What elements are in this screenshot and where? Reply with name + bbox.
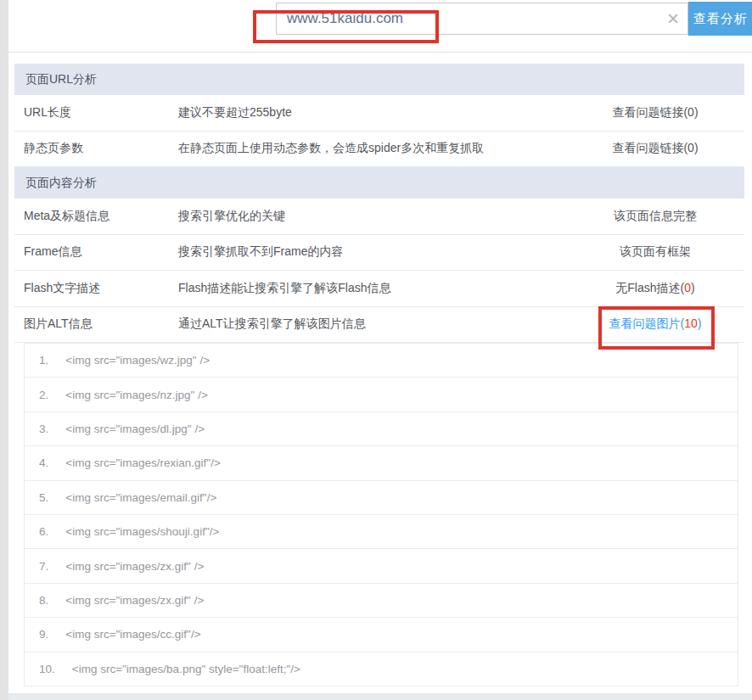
image-list-item: 5. <img src="images/email.gif"/> <box>25 481 738 515</box>
row-description: 建议不要超过255byte <box>178 105 566 120</box>
row-result[interactable]: 查看问题图片(10) <box>566 316 744 332</box>
analysis-row: URL长度 建议不要超过255byte 查看问题链接(0) <box>14 95 744 132</box>
analysis-row: Frame信息 搜索引擎抓取不到Frame的内容 该页面有框架 <box>14 235 744 272</box>
analyze-button[interactable]: 查看分析 <box>688 2 752 36</box>
row-description: 通过ALT让搜索引擎了解该图片信息 <box>178 316 566 332</box>
url-input[interactable] <box>277 3 687 34</box>
item-img-code: <img src="images/wz.jpg" /> <box>65 354 210 367</box>
row-result[interactable]: 查看问题链接(0) <box>566 105 744 120</box>
item-img-code: <img src="images/dl.jpg" /> <box>65 423 205 435</box>
result-text[interactable]: 查看问题链接(0) <box>612 105 698 119</box>
issue-count: 0 <box>684 281 691 294</box>
section-header: 页面URL分析 <box>14 64 744 95</box>
item-number: 2. <box>39 389 48 401</box>
item-img-code: <img src="images/shouji.gif"/> <box>65 525 219 538</box>
section-header: 页面内容分析 <box>14 167 744 199</box>
image-list-item: 10. <img src="images/ba.png" style="floa… <box>25 652 738 686</box>
item-number: 1. <box>39 354 48 367</box>
row-description: 在静态页面上使用动态参数，会造成spider多次和重复抓取 <box>178 141 566 156</box>
bottom-strip <box>8 693 752 700</box>
image-list-item: 7. <img src="images/zx.gif" /> <box>25 549 738 583</box>
row-label: 静态页参数 <box>14 141 178 156</box>
row-result: 无Flash描述(0) <box>566 281 744 296</box>
row-result[interactable]: 查看问题链接(0) <box>566 141 744 156</box>
result-text-tail: ) <box>698 316 702 330</box>
item-img-code: <img src="images/zx.gif" /> <box>65 594 204 607</box>
row-description: 搜索引擎优化的关键 <box>178 209 566 224</box>
item-number: 8. <box>39 594 48 607</box>
result-text[interactable]: 查看问题链接(0) <box>612 141 698 154</box>
row-label: 图片ALT信息 <box>14 316 178 332</box>
image-list-item: 3. <img src="images/dl.jpg" /> <box>25 412 738 446</box>
row-label: Flash文字描述 <box>14 281 178 296</box>
result-text[interactable]: 查看问题图片( <box>609 316 685 330</box>
item-number: 6. <box>39 525 48 538</box>
analysis-row: 静态页参数 在静态页面上使用动态参数，会造成spider多次和重复抓取 查看问题… <box>14 132 744 168</box>
item-img-code: <img src="images/email.gif"/> <box>65 491 216 504</box>
row-label: Meta及标题信息 <box>14 209 178 224</box>
result-text-tail: ) <box>691 281 695 294</box>
item-number: 10. <box>39 663 55 675</box>
image-list-item: 8. <img src="images/zx.gif" /> <box>25 584 738 618</box>
analysis-row: Meta及标题信息 搜索引擎优化的关键 该页面信息完整 <box>14 199 744 235</box>
image-alt-list: 1. <img src="images/wz.jpg" /> 2. <img s… <box>24 343 738 686</box>
result-text: 该页面有框架 <box>620 244 691 258</box>
item-img-code: <img src="images/ba.png" style="float:le… <box>72 663 300 675</box>
analysis-table: 页面URL分析 URL长度 建议不要超过255byte 查看问题链接(0) 静态… <box>14 64 744 343</box>
row-description: Flash描述能让搜索引擎了解该Flash信息 <box>178 281 566 296</box>
image-list-item: 1. <img src="images/wz.jpg" /> <box>25 344 738 378</box>
clear-input-icon[interactable]: × <box>667 8 679 29</box>
row-label: Frame信息 <box>14 244 178 260</box>
item-number: 4. <box>39 456 48 469</box>
row-result: 该页面有框架 <box>566 244 744 260</box>
url-input-field[interactable]: × <box>276 3 688 35</box>
item-number: 9. <box>39 628 48 641</box>
issue-count: 10 <box>684 316 698 330</box>
item-img-code: <img src="images/zx.gif" /> <box>65 560 204 573</box>
row-label: URL长度 <box>14 105 178 120</box>
page: × 查看分析 页面URL分析 URL长度 建议不要超过255byte 查看问题链… <box>0 0 752 700</box>
item-img-code: <img src="images/cc.gif"/> <box>65 628 200 641</box>
item-number: 5. <box>39 491 48 504</box>
section-title: 页面内容分析 <box>25 176 97 191</box>
item-number: 7. <box>39 560 48 573</box>
image-list-item: 6. <img src="images/shouji.gif"/> <box>25 515 738 549</box>
analysis-row: 图片ALT信息 通过ALT让搜索引擎了解该图片信息 查看问题图片(10) <box>14 307 744 344</box>
section-title: 页面URL分析 <box>25 72 97 87</box>
item-img-code: <img src="images/rexian.gif"/> <box>65 456 221 469</box>
left-edge-strip <box>0 0 8 700</box>
item-number: 3. <box>39 423 48 435</box>
search-bar: × 查看分析 <box>8 0 752 53</box>
image-list-item: 4. <img src="images/rexian.gif"/> <box>25 446 738 480</box>
result-text: 该页面信息完整 <box>614 209 697 222</box>
row-result: 该页面信息完整 <box>566 209 744 224</box>
item-img-code: <img src="images/nz.jpg" /> <box>65 389 208 401</box>
row-description: 搜索引擎抓取不到Frame的内容 <box>178 244 566 260</box>
image-list-item: 9. <img src="images/cc.gif"/> <box>25 618 738 652</box>
result-text: 无Flash描述( <box>615 281 684 294</box>
analysis-row: Flash文字描述 Flash描述能让搜索引擎了解该Flash信息 无Flash… <box>14 271 744 307</box>
image-list-item: 2. <img src="images/nz.jpg" /> <box>25 378 738 412</box>
